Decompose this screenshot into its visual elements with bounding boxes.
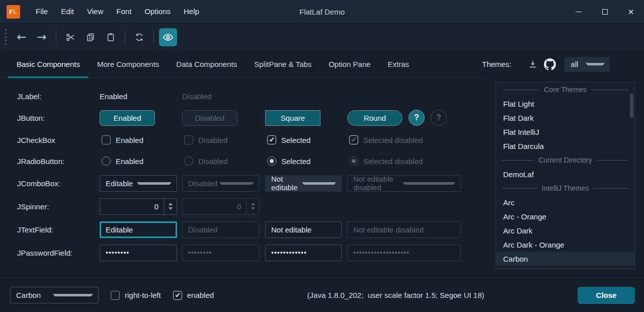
- theme-list-scrollbar[interactable]: [630, 94, 633, 118]
- back-button[interactable]: ←: [13, 28, 31, 46]
- close-button[interactable]: Close: [578, 287, 635, 304]
- menu-view[interactable]: View: [80, 0, 110, 23]
- menu-options[interactable]: Options: [138, 0, 177, 23]
- laf-combobox-value: Carbon: [16, 291, 53, 299]
- enabled-button[interactable]: Enabled: [100, 110, 155, 126]
- round-button[interactable]: Round: [347, 110, 403, 126]
- jlabel-label: JLabel:: [17, 92, 100, 101]
- close-icon: ✕: [628, 8, 634, 16]
- theme-item-arc-orange[interactable]: Arc - Orange: [496, 209, 634, 223]
- right-to-left-checkbox[interactable]: right-to-left: [109, 291, 161, 300]
- combobox-editable[interactable]: Editable: [100, 175, 177, 192]
- github-link-button[interactable]: [541, 56, 558, 72]
- radio-icon: [102, 157, 111, 166]
- theme-item-flat-darcula[interactable]: Flat Darcula: [496, 139, 634, 153]
- radio-enabled[interactable]: Enabled: [100, 157, 182, 166]
- main-content: JLabel: Enabled Disabled JButton: Enable…: [0, 78, 644, 278]
- tab-basic-components[interactable]: Basic Components: [8, 50, 89, 77]
- theme-item-arc[interactable]: Arc: [496, 195, 634, 209]
- cut-icon: [65, 32, 75, 42]
- theme-item-arc-dark[interactable]: Arc Dark: [496, 223, 634, 238]
- radio-selected-disabled: Selected disabled: [347, 157, 473, 166]
- chevron-down-icon: [219, 182, 255, 185]
- checkbox-icon: [102, 135, 111, 144]
- toolbar-separator: [56, 31, 56, 44]
- textfield-disabled: [182, 221, 260, 238]
- textfield-editable[interactable]: [100, 221, 177, 238]
- right-to-left-label: right-to-left: [125, 291, 161, 299]
- spinner-up-icon: [251, 203, 255, 205]
- jradiobutton-label: JRadioButton:: [17, 157, 100, 166]
- menu-help[interactable]: Help: [177, 0, 206, 23]
- maximize-icon: [602, 9, 608, 15]
- spinner-down-icon[interactable]: [169, 207, 173, 210]
- passwordfield-disabled: [182, 245, 260, 261]
- paste-button[interactable]: [102, 28, 120, 46]
- help-button[interactable]: ?: [409, 110, 425, 126]
- app-logo-icon: FL: [7, 5, 20, 19]
- spinner-enabled[interactable]: [100, 198, 177, 215]
- tab-data-components[interactable]: Data Components: [168, 50, 246, 77]
- theme-item-carbon[interactable]: Carbon: [496, 252, 634, 266]
- tab-option-pane[interactable]: Option Pane: [320, 50, 379, 77]
- checkbox-icon: [184, 135, 193, 144]
- copy-button[interactable]: [82, 28, 100, 46]
- forward-icon: →: [37, 31, 46, 43]
- enabled-label: enabled: [187, 291, 214, 299]
- theme-item-flat-intellij[interactable]: Flat IntelliJ: [496, 125, 634, 139]
- theme-item-demolaf[interactable]: DemoLaf: [496, 167, 634, 181]
- menu-edit[interactable]: Edit: [54, 0, 80, 23]
- theme-filter-combobox[interactable]: all: [565, 57, 610, 72]
- passwordfield-editable[interactable]: [100, 245, 177, 261]
- checkbox-selected[interactable]: Selected: [265, 135, 347, 144]
- menu-file[interactable]: File: [29, 0, 54, 23]
- github-icon: [544, 58, 556, 70]
- theme-list-separator: IntelliJ Themes: [496, 181, 634, 195]
- passwordfield-not-editable[interactable]: [265, 245, 342, 261]
- spinner-arrows[interactable]: [164, 199, 177, 214]
- minimize-button[interactable]: [566, 0, 592, 23]
- combobox-not-editable[interactable]: Not editable: [265, 175, 342, 192]
- spinner-value-input[interactable]: [100, 199, 164, 214]
- theme-item-arc-dark-orange[interactable]: Arc Dark - Orange: [496, 238, 634, 252]
- jspinner-label: JSpinner:: [17, 202, 100, 211]
- theme-item-flat-dark[interactable]: Flat Dark: [496, 111, 634, 125]
- combobox-disabled: Disabled: [182, 175, 260, 192]
- textfield-not-editable-disabled: [347, 221, 461, 238]
- cut-button[interactable]: [61, 28, 79, 46]
- jtextfield-label: JTextField:: [17, 225, 100, 234]
- textfield-not-editable[interactable]: [265, 221, 342, 238]
- checkbox-selected-disabled: Selected disabled: [347, 135, 473, 144]
- tabbed-pane: Basic Components More Components Data Co…: [0, 50, 482, 78]
- menu-font[interactable]: Font: [110, 0, 138, 23]
- tab-extras[interactable]: Extras: [379, 50, 418, 77]
- forward-button[interactable]: →: [33, 28, 51, 46]
- download-themes-button[interactable]: [524, 56, 541, 72]
- checkbox-disabled-label: Disabled: [198, 136, 227, 144]
- toolbar-grip-handle[interactable]: [5, 29, 7, 45]
- close-window-button[interactable]: ✕: [618, 0, 644, 23]
- theme-list-separator: Current Directory: [496, 153, 634, 167]
- refresh-button[interactable]: [130, 28, 148, 46]
- square-button[interactable]: Square: [265, 110, 320, 126]
- spinner-up-icon[interactable]: [169, 203, 173, 205]
- toolbar-separator: [153, 31, 154, 44]
- back-icon: ←: [17, 31, 26, 43]
- download-icon: [528, 59, 538, 69]
- tab-more-components[interactable]: More Components: [89, 50, 168, 77]
- maximize-button[interactable]: [592, 0, 618, 23]
- chevron-down-icon: [586, 63, 605, 65]
- tab-splitpane-tabs[interactable]: SplitPane & Tabs: [246, 50, 320, 77]
- theme-item-flat-light[interactable]: Flat Light: [496, 97, 634, 111]
- laf-combobox[interactable]: Carbon: [10, 287, 99, 303]
- checkbox-enabled-label: Enabled: [116, 136, 143, 144]
- chevron-down-icon: [302, 182, 337, 185]
- paste-icon: [106, 32, 116, 42]
- show-toggle-button[interactable]: [159, 28, 177, 46]
- enabled-checkbox[interactable]: enabled: [171, 291, 214, 300]
- radio-selected-disabled-label: Selected disabled: [363, 157, 423, 166]
- themes-label: Themes:: [482, 60, 511, 68]
- checkbox-enabled[interactable]: Enabled: [100, 135, 182, 144]
- radio-selected[interactable]: Selected: [265, 157, 347, 166]
- menubar: File Edit View Font Options Help: [29, 0, 206, 23]
